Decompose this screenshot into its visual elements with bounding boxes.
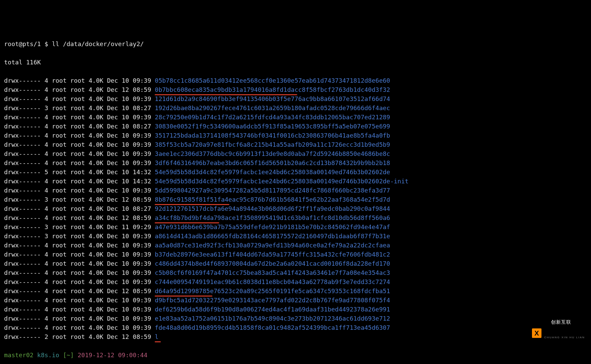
list-row: drwx------ 4 root root 4.0K Dec 10 09:39… [4, 113, 587, 122]
directory-name[interactable]: 30830e0052f1f9c5349600aa6dcb5f913f85a196… [155, 122, 390, 131]
list-row: drwx------ 4 root root 4.0K Dec 10 09:39… [4, 94, 587, 103]
directory-name[interactable]: aa5a0d87ce31ed92f3cfb130a0729a9efd13b94a… [155, 241, 390, 250]
list-row: drwx------ 4 root root 4.0K Dec 10 09:39… [4, 268, 587, 277]
bottom-tilde: [~] [63, 351, 74, 359]
row-metadata: drwx------ 4 root root 4.0K Dec 10 09:39 [4, 242, 155, 249]
bottom-path: k8s.io [37, 351, 59, 359]
row-metadata: drwx------ 4 root root 4.0K Dec 10 09:39 [4, 269, 155, 276]
row-metadata: drwx------ 4 root root 4.0K Dec 10 09:39 [4, 306, 155, 313]
list-row: drwx------ 4 root root 4.0K Dec 12 08:59… [4, 286, 587, 296]
directory-name[interactable]: a8614d4143adb1d86665fdb28164c4658175572d… [155, 231, 390, 241]
row-metadata: drwx------ 4 root root 4.0K Dec 10 14:32 [4, 178, 155, 185]
list-row: drwx------ 4 root root 4.0K Dec 10 09:39… [4, 186, 587, 195]
row-metadata: drwx------ 4 root root 4.0K Dec 12 08:59 [4, 214, 155, 221]
bottom-prompt[interactable]: master02 k8s.io [~] 2019-12-12 09:00:44 [4, 350, 587, 360]
row-metadata: drwx------ 4 root root 4.0K Dec 12 08:59 [4, 287, 155, 295]
list-row: drwx------ 3 root root 4.0K Dec 11 09:29… [4, 222, 587, 231]
watermark-subtext: CHUANG XIN HU LIAN [544, 336, 585, 340]
row-metadata: drwx------ 3 root root 4.0K Dec 11 09:29 [4, 223, 155, 230]
list-row: drwx------ 4 root root 4.0K Dec 10 09:39… [4, 140, 587, 149]
row-metadata: drwx------ 4 root root 4.0K Dec 12 08:59 [4, 86, 155, 93]
list-row: drwx------ 4 root root 4.0K Dec 10 09:39… [4, 131, 587, 140]
row-metadata: drwx------ 4 root root 4.0K Dec 10 08:27 [4, 205, 155, 212]
bottom-datetime: 2019-12-12 09:00:44 [78, 351, 148, 359]
row-metadata: drwx------ 4 root root 4.0K Dec 10 09:39 [4, 297, 155, 304]
list-row: drwx------ 4 root root 4.0K Dec 12 08:59… [4, 213, 587, 222]
row-metadata: drwx------ 4 root root 4.0K Dec 10 09:39 [4, 77, 155, 84]
directory-name[interactable]: 192d26bae8ba290267fece4761c6031a2659b180… [155, 103, 390, 113]
list-row: drwx------ 4 root root 4.0K Dec 10 09:39… [4, 250, 587, 259]
directory-name[interactable]: 3517125bdada13714108f543746bf0341f0016cb… [155, 131, 390, 140]
directory-name[interactable]: fde48a8d06d19b8959cd4b51858f8ca01c9482af… [155, 323, 390, 332]
directory-name[interactable]: l [155, 332, 158, 341]
list-row: drwx------ 3 root root 4.0K Dec 10 09:39… [4, 231, 587, 241]
list-row: drwx------ 4 root root 4.0K Dec 10 09:39… [4, 305, 587, 314]
row-metadata: drwx------ 2 root root 4.0K Dec 12 08:59 [4, 333, 155, 340]
directory-name[interactable]: a34cf8b7bd9bf4da798ace1f3508995419d1c63b… [155, 213, 390, 222]
watermark-icon: X [532, 328, 541, 338]
directory-name[interactable]: b37deb28976e3eea613f1f404dd67da59a17745f… [155, 250, 390, 259]
directory-name[interactable]: 05b78cc1c8685a611d03412ee568ccf0e1360e57… [155, 76, 390, 85]
row-metadata: drwx------ 3 root root 4.0K Dec 10 08:27 [4, 104, 155, 112]
directory-name[interactable]: d9bfbc5a1d720322759e0293143ace7797afd022… [155, 296, 390, 305]
row-metadata: drwx------ 4 root root 4.0K Dec 10 09:39 [4, 132, 155, 139]
directory-name[interactable]: def6259b6da58d6f9b190d8a006274ed4ac4f1a6… [155, 305, 390, 314]
directory-name[interactable]: 3aee1ec2306d3776dbbc9c6b9913f13de9e8d0ab… [155, 149, 390, 158]
row-metadata: drwx------ 5 root root 4.0K Dec 10 14:32 [4, 168, 155, 176]
list-row: drwx------ 4 root root 4.0K Dec 10 09:39… [4, 296, 587, 305]
row-metadata: drwx------ 4 root root 4.0K Dec 10 09:39 [4, 315, 155, 322]
row-metadata: drwx------ 4 root root 4.0K Dec 10 09:39 [4, 251, 155, 258]
list-row: drwx------ 3 root root 4.0K Dec 10 08:27… [4, 103, 587, 113]
list-row: drwx------ 4 root root 4.0K Dec 10 09:39… [4, 314, 587, 323]
list-row: drwx------ 4 root root 4.0K Dec 10 09:39… [4, 158, 587, 167]
directory-name[interactable]: c486dd4374b8ed4f689370804da67d2be2a6a020… [155, 259, 390, 268]
directory-name[interactable]: 8b876c91585f81f51fa4eac95c876b7d61b56841… [155, 195, 390, 204]
command-text: ll /data/docker/overlay2/ [52, 40, 144, 47]
prompt-dollar: $ [44, 40, 48, 47]
watermark-text: 创新互联 [551, 319, 571, 325]
directory-name[interactable]: 5dd5998042927a9c309547282a5b5d8117895cd2… [155, 186, 390, 195]
list-row: drwx------ 4 root root 4.0K Dec 10 08:27… [4, 204, 587, 213]
list-row: drwx------ 4 root root 4.0K Dec 10 09:39… [4, 259, 587, 268]
directory-listing: drwx------ 4 root root 4.0K Dec 10 09:39… [4, 76, 587, 341]
directory-name[interactable]: 121d61db2a9c84690fbb3ef94135406b03f5e776… [155, 94, 390, 103]
list-row: drwx------ 2 root root 4.0K Dec 12 08:59… [4, 332, 587, 341]
directory-name[interactable]: e1e83aa52a1752a06151b176a7b549c8904c3e27… [155, 314, 390, 323]
list-row: drwx------ 4 root root 4.0K Dec 10 09:39… [4, 76, 587, 85]
row-metadata: drwx------ 4 root root 4.0K Dec 10 09:39 [4, 150, 155, 157]
row-metadata: drwx------ 4 root root 4.0K Dec 10 09:39 [4, 324, 155, 331]
directory-name[interactable]: a47e931d6b6e639ba7b75a559dfefde921b9181b… [155, 222, 390, 231]
row-metadata: drwx------ 4 root root 4.0K Dec 10 09:39 [4, 278, 155, 285]
row-metadata: drwx------ 3 root root 4.0K Dec 12 08:59 [4, 196, 155, 203]
list-row: drwx------ 4 root root 4.0K Dec 10 08:27… [4, 122, 587, 131]
row-metadata: drwx------ 4 root root 4.0K Dec 10 09:39 [4, 187, 155, 194]
list-row: drwx------ 4 root root 4.0K Dec 10 09:39… [4, 323, 587, 332]
directory-name[interactable]: 0b7bbc608eca835ac9bdb31a1794016a8fd1dacc… [155, 85, 390, 94]
directory-name[interactable]: c5b08cf6f0169f47a4701cc75bea83ad5ca41f42… [155, 268, 390, 277]
row-metadata: drwx------ 4 root root 4.0K Dec 10 09:39 [4, 141, 155, 148]
list-row: drwx------ 4 root root 4.0K Dec 10 09:39… [4, 149, 587, 158]
directory-name[interactable]: 385f53cb5a720a97e81fbcf6a8c215b41a55aafb… [155, 140, 390, 149]
bottom-host: master02 [4, 351, 34, 359]
row-metadata: drwx------ 4 root root 4.0K Dec 10 09:39 [4, 95, 155, 102]
row-metadata: drwx------ 4 root root 4.0K Dec 10 09:39 [4, 159, 155, 166]
directory-name[interactable]: 3df6f46316496b7eabe3bd6c065f16d56501b20a… [155, 158, 390, 167]
row-metadata: drwx------ 4 root root 4.0K Dec 10 09:39 [4, 260, 155, 267]
row-metadata: drwx------ 3 root root 4.0K Dec 10 09:39 [4, 232, 155, 240]
directory-name[interactable]: 92d1212761517dcbfa6e94a8944e3b068d06d6f2… [155, 204, 390, 213]
directory-name[interactable]: c744e00954749191eac9b61c8038d11e8bcb04a4… [155, 277, 390, 286]
list-row: drwx------ 4 root root 4.0K Dec 12 08:59… [4, 85, 587, 94]
total-line: total 116K [4, 58, 587, 67]
directory-name[interactable]: d64a95d12998785e76523c20a89c2565f0191fe5… [155, 286, 390, 296]
watermark: X 创新互联 CHUANG XIN HU LIAN [532, 308, 585, 358]
directory-name[interactable]: 54e59d5b58d3d4c82fe5979facbc1ee24bd6c258… [155, 177, 408, 186]
list-row: drwx------ 3 root root 4.0K Dec 12 08:59… [4, 195, 587, 204]
prompt-user: root@pts/1 [4, 40, 41, 47]
list-row: drwx------ 4 root root 4.0K Dec 10 09:39… [4, 277, 587, 286]
list-row: drwx------ 5 root root 4.0K Dec 10 14:32… [4, 167, 587, 177]
directory-name[interactable]: 54e59d5b58d3d4c82fe5979facbc1ee24bd6c258… [155, 167, 390, 177]
prompt-line[interactable]: root@pts/1 $ ll /data/docker/overlay2/ [4, 39, 587, 48]
list-row: drwx------ 4 root root 4.0K Dec 10 09:39… [4, 241, 587, 250]
directory-name[interactable]: 28c79250e09b1d74c1f7d2a6215fdfcd4a93a34f… [155, 113, 390, 122]
row-metadata: drwx------ 4 root root 4.0K Dec 10 09:39 [4, 114, 155, 121]
